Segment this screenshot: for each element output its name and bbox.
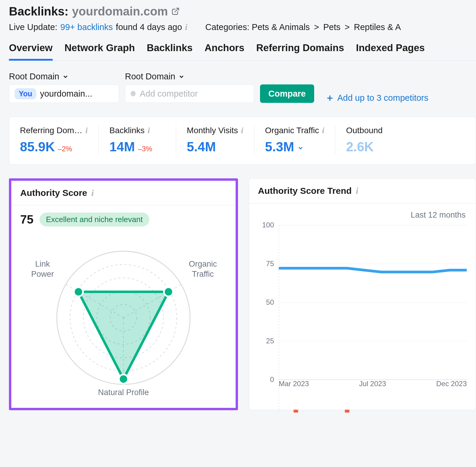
scope-selector-competitor[interactable]: Root Domain [125, 72, 254, 81]
category-1[interactable]: Pets [323, 22, 340, 32]
chevron-down-icon [178, 73, 185, 80]
add-competitor-link[interactable]: Add up to 3 competitors [326, 93, 428, 103]
header-sub-row: Live Update: 99+ backlinks found 4 days … [9, 22, 476, 32]
x-tick: Dec 2023 [436, 380, 467, 391]
authority-score-badge: Excellent and niche relevant [40, 213, 149, 227]
plus-icon [326, 94, 334, 102]
x-tick: Jul 2023 [359, 380, 386, 391]
info-icon[interactable]: i [148, 126, 150, 135]
authority-trend-title: Authority Score Trend [258, 186, 352, 196]
metric-delta: –2% [58, 145, 72, 153]
metric-organic-traffic[interactable]: Organic Traffici 5.3M [254, 126, 335, 154]
external-link-icon[interactable] [171, 5, 180, 18]
metric-value: 14M [109, 139, 135, 154]
info-icon[interactable]: i [241, 126, 243, 135]
page-title-domain[interactable]: yourdomain.com [72, 5, 168, 18]
metric-referring-domains[interactable]: Referring Dom…i 85.9K–2% [9, 126, 99, 154]
chevron-down-icon[interactable] [297, 145, 304, 151]
metric-label: Backlinks [109, 126, 145, 135]
metric-value: 85.9K [20, 139, 55, 154]
authority-score-panel: Authority Score i 75 Excellent and niche… [9, 178, 238, 410]
scope-comp-label: Root Domain [125, 72, 175, 81]
compare-button[interactable]: Compare [260, 84, 314, 103]
categories-label: Categories: [205, 22, 249, 32]
authority-radar-chart: Link Power Organic Traffic Natural Profi… [20, 232, 227, 399]
category-2[interactable]: Reptiles & A [354, 22, 401, 32]
add-competitor-label: Add up to 3 competitors [337, 93, 428, 103]
tab-anchors[interactable]: Anchors [204, 42, 244, 61]
info-icon[interactable]: i [356, 186, 358, 196]
page-title-prefix: Backlinks: [9, 5, 68, 18]
tabs: Overview Network Graph Backlinks Anchors… [9, 42, 476, 61]
filters-row: Root Domain You yourdomain... Root Domai… [9, 72, 476, 103]
chevron-down-icon [62, 73, 69, 80]
x-tick: Mar 2023 [279, 380, 309, 391]
y-tick: 0 [270, 375, 274, 384]
metric-value: 2.6K [346, 139, 374, 154]
info-icon[interactable]: i [185, 22, 187, 32]
you-domain-input[interactable]: You yourdomain... [9, 84, 119, 103]
metric-value: 5.4M [187, 139, 216, 154]
category-0[interactable]: Pets & Animals [252, 22, 310, 32]
y-tick: 100 [262, 221, 274, 229]
metric-delta: –3% [138, 145, 152, 153]
trend-range-label: Last 12 months [411, 210, 466, 220]
metric-label: Monthly Visits [187, 126, 238, 135]
metric-label: Referring Dom… [20, 126, 82, 135]
y-tick: 75 [266, 260, 274, 268]
live-update-label: Live Update: [9, 22, 57, 32]
you-domain-value: yourdomain... [40, 89, 92, 99]
radar-axis-organic-traffic: Organic Traffic [185, 259, 221, 279]
tab-overview[interactable]: Overview [9, 42, 53, 61]
svg-point-9 [74, 287, 83, 296]
svg-point-10 [164, 287, 173, 296]
metrics-strip: Referring Dom…i 85.9K–2% Backlinksi 14M–… [9, 117, 476, 165]
scope-selector-you[interactable]: Root Domain [9, 72, 119, 81]
trend-chart: 0255075100 Mar 2023Jul 2023Dec 2023 [258, 225, 467, 391]
metric-value: 5.3M [265, 139, 294, 154]
authority-score-title: Authority Score [20, 188, 87, 198]
info-icon[interactable]: i [322, 126, 324, 135]
you-pill: You [15, 88, 36, 99]
metric-monthly-visits[interactable]: Monthly Visitsi 5.4M [176, 126, 254, 154]
metric-backlinks[interactable]: Backlinksi 14M–3% [99, 126, 176, 154]
info-icon[interactable]: i [85, 126, 88, 135]
categories: Categories: Pets & Animals > Pets > Rept… [205, 22, 401, 32]
scope-you-label: Root Domain [9, 72, 59, 81]
page-title-row: Backlinks: yourdomain.com [9, 5, 476, 18]
y-tick: 50 [266, 298, 274, 306]
competitor-input[interactable] [139, 89, 248, 99]
metric-outbound[interactable]: Outbound 2.6K [335, 126, 413, 154]
metric-label: Organic Traffic [265, 126, 319, 135]
tab-referring-domains[interactable]: Referring Domains [256, 42, 344, 61]
tab-backlinks[interactable]: Backlinks [147, 42, 192, 61]
live-update: Live Update: 99+ backlinks found 4 days … [9, 22, 187, 32]
live-update-suffix: found 4 days ago [116, 22, 182, 32]
svg-point-11 [119, 375, 128, 384]
live-update-link[interactable]: 99+ backlinks [60, 22, 113, 32]
metric-label: Outbound [346, 126, 383, 135]
tab-indexed-pages[interactable]: Indexed Pages [356, 42, 425, 61]
authority-score-value: 75 [20, 213, 34, 226]
competitor-color-dot [131, 91, 136, 96]
radar-axis-link-power: Link Power [26, 259, 59, 279]
radar-axis-natural-profile: Natural Profile [20, 388, 227, 398]
authority-trend-panel: Authority Score Trend i Last 12 months 0… [249, 178, 476, 410]
svg-marker-8 [79, 292, 169, 379]
y-tick: 25 [266, 337, 274, 345]
competitor-input-box[interactable] [125, 84, 254, 103]
info-icon[interactable]: i [91, 188, 94, 198]
tab-network-graph[interactable]: Network Graph [65, 42, 135, 61]
